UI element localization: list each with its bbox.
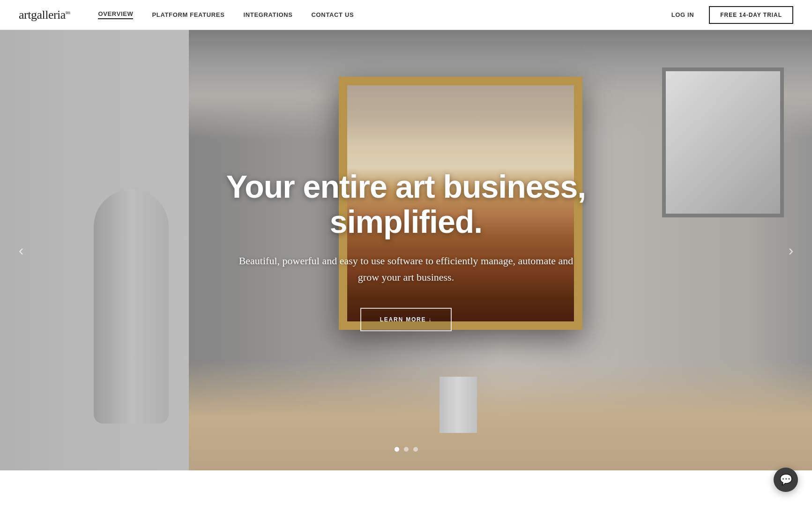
nav-link-platform-features[interactable]: PLATFORM FEATURES <box>152 11 224 18</box>
nav-link-integrations[interactable]: INTEGRATIONS <box>243 11 292 18</box>
hero-section: ‹ Your entire art business, simplified. … <box>0 30 812 470</box>
hero-dot-1[interactable] <box>395 447 399 452</box>
hero-dots <box>395 447 418 452</box>
hero-cta-button[interactable]: LEARN MORE ↓ <box>360 308 452 331</box>
hero-subtitle: Beautiful, powerful and easy to use soft… <box>238 253 575 285</box>
hero-content: Your entire art business, simplified. Be… <box>195 169 617 331</box>
hero-prev-button[interactable]: ‹ <box>9 238 33 262</box>
logo-text: artgalleria <box>19 8 66 22</box>
hero-dot-3[interactable] <box>413 447 418 452</box>
navbar: artgalleriatm OVERVIEW PLATFORM FEATURES… <box>0 0 812 30</box>
nav-links: OVERVIEW PLATFORM FEATURES INTEGRATIONS … <box>98 10 671 19</box>
chat-button[interactable]: 💬 <box>774 468 798 492</box>
login-link[interactable]: LOG IN <box>671 11 694 18</box>
logo-tm: tm <box>66 10 70 15</box>
nav-link-contact-us[interactable]: CONTACT US <box>312 11 354 18</box>
hero-title: Your entire art business, simplified. <box>214 169 598 239</box>
trial-button[interactable]: FREE 14-DAY TRIAL <box>709 6 793 24</box>
nav-link-overview[interactable]: OVERVIEW <box>98 10 133 19</box>
chat-icon: 💬 <box>780 474 792 486</box>
logo[interactable]: artgalleriatm <box>19 8 70 22</box>
nav-right: LOG IN FREE 14-DAY TRIAL <box>671 6 793 24</box>
hero-dot-2[interactable] <box>404 447 409 452</box>
hero-next-button[interactable]: › <box>779 238 803 262</box>
